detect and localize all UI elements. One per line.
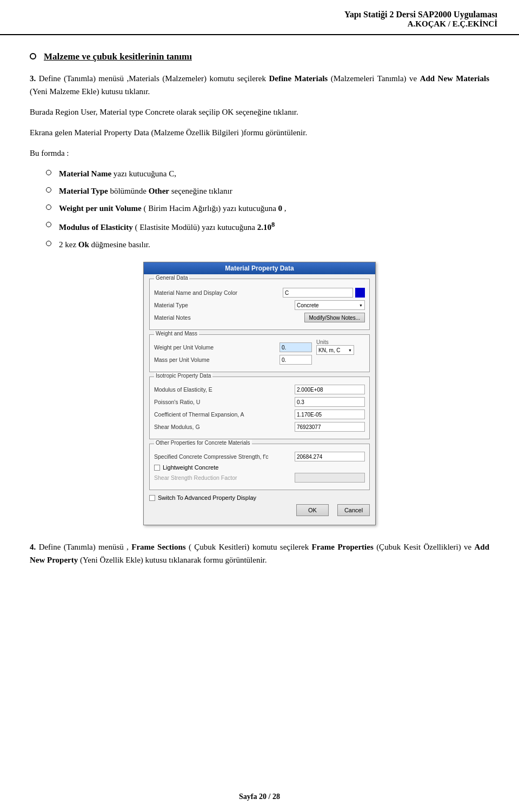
dialog-row-poisson: Poisson's Ratio, U 0.3 [154,397,365,407]
para3-text2: (Malzemeleri Tanımla) ve [331,74,420,83]
para4-number: 4. [30,543,36,551]
dialog-input-thermal[interactable]: 1.170E-05 [295,410,365,419]
dialog-color-swatch[interactable] [355,288,365,298]
dialog-group-other: Other Properties for Concrete Materials … [149,444,370,490]
bullet-label-4: Modulus of Elasticity [59,223,133,232]
footer-current: 20 [259,793,267,801]
list-item: Weight per unit Volume ( Birim Hacim Ağı… [46,202,489,215]
bullet-bold-3: 0 [278,204,283,213]
dialog-label-shear: Shear Modulus, G [154,424,295,430]
para3-text3: (Yeni Malzeme Ekle) kutusu tıklanır. [30,87,150,96]
dialog-row-material-notes: Material Notes Modify/Show Notes... [154,313,365,322]
dialog-label-shear-reduction: Shear Strength Reduction Factor [154,474,295,481]
bullet-text-4a: ( Elastisite Modülü) yazı kutucuğuna [135,223,257,232]
list-item-text: Material Type bölümünde Other seçeneğine… [59,184,232,197]
list-bullet-icon [46,222,51,227]
dialog-bottom-buttons: OK Cancel [149,504,370,516]
dialog-input-mass-unit[interactable]: 0. [280,355,312,365]
modify-show-notes-button[interactable]: Modify/Show Notes... [304,313,365,322]
dialog-label-thermal: Coefficient of Thermal Expansion, A [154,411,295,418]
bullet-label-3: Weight per unit Volume [59,204,142,213]
para4-text2: ( Çubuk Kesitleri) komutu seçilerek [189,543,312,551]
section-bullet-icon [30,53,36,60]
footer-text: Sayfa [239,793,259,801]
dialog-label-compressive: Specified Concrete Compressive Strength,… [154,453,295,460]
dialog-input-modulus[interactable]: 2.000E+08 [295,385,365,394]
list-bullet-icon [46,170,51,175]
dialog-cancel-button[interactable]: Cancel [337,504,370,516]
dialog-input-weight-unit[interactable]: 0. [280,342,312,352]
dialog-ok-button[interactable]: OK [296,504,329,516]
dialog-body: General Data Material Name and Display C… [144,274,375,525]
bullet-label-2: Material Type [59,187,108,195]
list-item: Material Type bölümünde Other seçeneğine… [46,184,489,197]
bullet-list: Material Name yazı kutucuğuna C, Materia… [46,167,489,251]
main-content: Malzeme ve çubuk kesitlerinin tanımı 3. … [0,51,519,566]
bullet-label-1: Material Name [59,169,111,178]
header-title-line1: Yapı Statiği 2 Dersi SAP2000 Uygulaması [22,10,497,19]
dialog-row-thermal: Coefficient of Thermal Expansion, A 1.17… [154,410,365,419]
para4-text4: (Yeni Özellik Ekle) kutusu tıklanarak fo… [80,556,267,564]
dialog-label-poisson: Poisson's Ratio, U [154,399,295,405]
dialog-row-material-type: Material Type Concrete [154,300,365,310]
dialog-label-material-notes: Material Notes [154,314,304,321]
dialog-input-material-name[interactable]: C [283,288,353,298]
para4-text1: Define (Tanımla) menüsü , [39,543,129,551]
dialog-group-isotropic: Isotropic Property Data Modulus of Elast… [149,377,370,439]
dialog-titlebar: Material Property Data [144,262,375,274]
list-item: Material Name yazı kutucuğuna C, [46,167,489,180]
dialog-group-other-title: Other Properties for Concrete Materials [154,440,252,446]
units-select[interactable]: KN, m, C [316,345,354,355]
footer-total: 28 [272,793,280,801]
dialog-row-mass-unit: Mass per Unit Volume 0. [154,355,312,365]
advanced-checkbox[interactable] [149,495,155,501]
dialog-select-material-type[interactable]: Concrete [295,300,365,310]
weight-subgroup: Weight per Unit Volume 0. Mass per Unit … [154,338,365,367]
bullet-text-3b: , [284,204,287,213]
list-item-text: Weight per unit Volume ( Birim Hacim Ağı… [59,202,287,215]
lightweight-checkbox[interactable] [154,465,160,471]
page-header: Yapı Statiği 2 Dersi SAP2000 Uygulaması … [0,0,519,35]
list-item-text: 2 kez Ok düğmesine basılır. [59,238,150,251]
bullet-text-1: yazı kutucuğuna C, [114,169,176,178]
lightweight-checkbox-row: Lightweight Concrete [154,464,365,471]
weight-right: Units KN, m, C [316,338,365,367]
dialog-label-mass-unit: Mass per Unit Volume [154,357,280,363]
dialog-box: Material Property Data General Data Mate… [143,262,376,525]
bullet-text-2b: seçeneğine tıklanır [171,187,232,195]
dialog-input-poisson[interactable]: 0.3 [295,397,365,407]
para3-number: 3. [30,74,36,83]
dialog-input-shear-reduction[interactable] [295,473,365,483]
list-item: Modulus of Elasticity ( Elastisite Modül… [46,219,489,234]
dialog-group-weight: Weight and Mass Weight per Unit Volume 0… [149,334,370,372]
list-item-text: Modulus of Elasticity ( Elastisite Modül… [59,219,275,234]
dialog-label-weight-unit: Weight per Unit Volume [154,344,280,351]
para3-bold2: Add New Materials [420,74,489,83]
dialog-input-compressive[interactable]: 20684.274 [295,452,365,461]
lightweight-label: Lightweight Concrete [163,464,218,471]
para4-text3: (Çubuk Kesit Özellikleri) ve [376,543,474,551]
list-bullet-icon [46,241,51,246]
dialog-container: Material Property Data General Data Mate… [30,262,489,525]
dialog-row-weight-unit: Weight per Unit Volume 0. [154,342,312,352]
page-footer: Sayfa 20 / 28 [0,793,519,801]
dialog-row-modulus: Modulus of Elasticity, E 2.000E+08 [154,385,365,394]
dialog-group-weight-title: Weight and Mass [154,331,199,336]
list-item: 2 kez Ok düğmesine basılır. [46,238,489,251]
bu-formda-text: Bu formda : [30,149,69,157]
section-heading-text: Malzeme ve çubuk kesitlerinin tanımı [44,51,192,62]
dialog-row-compressive: Specified Concrete Compressive Strength,… [154,452,365,461]
paragraph-ekrana: Ekrana gelen Material Property Data (Mal… [30,126,489,139]
dialog-input-shear[interactable]: 76923077 [295,422,365,432]
para3-text1: Define (Tanımla) menüsü ,Materials (Malz… [39,74,269,83]
bullet-bold-5: Ok [78,240,89,249]
dialog-group-general: General Data Material Name and Display C… [149,279,370,330]
bullet-text-5a: 2 kez [59,240,78,249]
advanced-label: Switch To Advanced Property Display [158,494,256,501]
paragraph-bu-formda: Bu formda : [30,147,489,160]
footer-separator: / [267,793,272,801]
dialog-group-general-title: General Data [154,275,189,281]
paragraph-burada: Burada Region User, Material type Concre… [30,105,489,118]
dialog-label-material-type: Material Type [154,302,295,308]
units-label: Units [316,339,329,345]
